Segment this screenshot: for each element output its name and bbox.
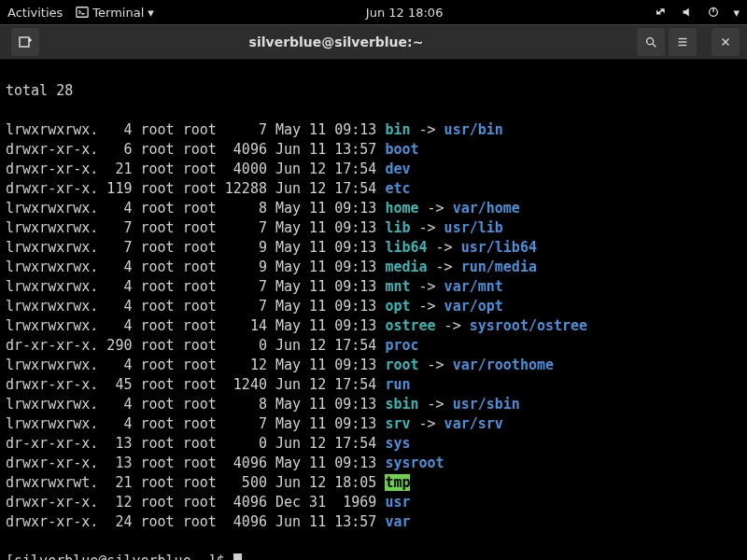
activities-button[interactable]: Activities bbox=[7, 6, 63, 20]
listing-row: lrwxrwxrwx. 4 root root 7 May 11 09:13 b… bbox=[6, 120, 741, 140]
shell-prompt: [silverblue@silverblue ~]$ bbox=[6, 553, 233, 560]
file-name: ostree bbox=[385, 317, 435, 334]
close-icon bbox=[719, 35, 732, 49]
symlink-arrow: -> bbox=[410, 278, 444, 295]
file-name: usr bbox=[385, 494, 410, 511]
symlink-arrow: -> bbox=[419, 357, 453, 373]
listing-row: lrwxrwxrwx. 4 root root 8 May 11 09:13 h… bbox=[6, 199, 741, 218]
listing-row: drwxr-xr-x. 24 root root 4096 Jun 11 13:… bbox=[6, 512, 741, 532]
file-name: sysroot bbox=[385, 455, 444, 471]
file-name: sys bbox=[385, 435, 410, 452]
symlink-arrow: -> bbox=[419, 396, 453, 413]
file-name: proc bbox=[385, 337, 418, 354]
symlink-target: run/media bbox=[461, 259, 537, 275]
terminal-icon bbox=[76, 6, 89, 19]
search-button[interactable] bbox=[637, 28, 665, 56]
symlink-arrow: -> bbox=[419, 200, 453, 217]
terminal-output[interactable]: total 28 lrwxrwxrwx. 4 root root 7 May 1… bbox=[0, 60, 747, 560]
symlink-arrow: -> bbox=[428, 259, 461, 275]
file-name: bin bbox=[385, 121, 410, 138]
svg-rect-3 bbox=[20, 37, 29, 47]
total-line: total 28 bbox=[6, 81, 741, 101]
file-name: etc bbox=[385, 180, 410, 197]
listing-row: lrwxrwxrwx. 7 root root 7 May 11 09:13 l… bbox=[6, 218, 741, 238]
listing-row: drwxr-xr-x. 45 root root 1240 Jun 12 17:… bbox=[6, 375, 741, 395]
symlink-arrow: -> bbox=[410, 219, 444, 236]
file-name: media bbox=[385, 259, 427, 275]
listing-row: dr-xr-xr-x. 13 root root 0 Jun 12 17:54 … bbox=[6, 434, 741, 454]
listing-row: lrwxrwxrwx. 4 root root 14 May 11 09:13 … bbox=[6, 316, 741, 336]
appmenu-terminal[interactable]: Terminal ▾ bbox=[76, 6, 153, 20]
symlink-target: sysroot/ostree bbox=[470, 317, 587, 334]
listing-row: lrwxrwxrwx. 4 root root 7 May 11 09:13 s… bbox=[6, 414, 741, 434]
listing-row: drwxr-xr-x. 6 root root 4096 Jun 11 13:5… bbox=[6, 140, 741, 160]
symlink-target: var/opt bbox=[444, 298, 503, 315]
close-button[interactable] bbox=[712, 28, 740, 56]
symlink-target: usr/bin bbox=[444, 121, 503, 138]
symlink-arrow: -> bbox=[410, 121, 444, 138]
listing-row: dr-xr-xr-x. 290 root root 0 Jun 12 17:54… bbox=[6, 336, 741, 356]
search-icon bbox=[644, 35, 657, 49]
symlink-arrow: -> bbox=[436, 317, 470, 334]
svg-rect-0 bbox=[77, 7, 88, 18]
listing-row: drwxr-xr-x. 21 root root 4000 Jun 12 17:… bbox=[6, 160, 741, 179]
power-icon[interactable] bbox=[707, 6, 720, 19]
symlink-arrow: -> bbox=[410, 298, 444, 315]
listing-row: lrwxrwxrwx. 4 root root 12 May 11 09:13 … bbox=[6, 356, 741, 375]
listing-row: drwxr-xr-x. 12 root root 4096 Dec 31 196… bbox=[6, 493, 741, 512]
listing-row: lrwxrwxrwx. 4 root root 7 May 11 09:13 o… bbox=[6, 297, 741, 316]
file-name: boot bbox=[385, 141, 418, 158]
symlink-target: var/mnt bbox=[444, 278, 503, 295]
symlink-target: usr/lib bbox=[444, 219, 503, 236]
file-name: dev bbox=[385, 161, 410, 177]
new-tab-button[interactable] bbox=[11, 28, 39, 56]
symlink-arrow: -> bbox=[428, 239, 461, 256]
file-name: run bbox=[385, 376, 410, 393]
listing-row: lrwxrwxrwx. 4 root root 9 May 11 09:13 m… bbox=[6, 258, 741, 277]
file-name: opt bbox=[385, 298, 410, 315]
chevron-down-icon: ▾ bbox=[148, 6, 154, 20]
menu-button[interactable] bbox=[669, 28, 697, 56]
symlink-arrow: -> bbox=[410, 415, 444, 432]
symlink-target: var/home bbox=[453, 200, 520, 217]
file-name: root bbox=[385, 357, 418, 373]
hamburger-icon bbox=[676, 35, 689, 49]
listing-row: lrwxrwxrwx. 4 root root 7 May 11 09:13 m… bbox=[6, 277, 741, 297]
listing-row: drwxr-xr-x. 13 root root 4096 May 11 09:… bbox=[6, 454, 741, 473]
listing-row: drwxr-xr-x. 119 root root 12288 Jun 12 1… bbox=[6, 179, 741, 199]
prompt-line: [silverblue@silverblue ~]$ bbox=[6, 552, 741, 560]
file-name: var bbox=[385, 513, 410, 530]
symlink-target: usr/lib64 bbox=[461, 239, 537, 256]
window-title: silverblue@silverblue:~ bbox=[39, 35, 633, 49]
file-name: srv bbox=[385, 415, 410, 432]
file-name: sbin bbox=[385, 396, 418, 413]
svg-point-6 bbox=[647, 38, 654, 45]
file-name: mnt bbox=[385, 278, 410, 295]
file-name: lib64 bbox=[385, 239, 427, 256]
symlink-target: var/srv bbox=[444, 415, 503, 432]
gnome-topbar: Activities Terminal ▾ Jun 12 18:06 ▾ bbox=[0, 0, 747, 24]
terminal-titlebar: silverblue@silverblue:~ bbox=[0, 24, 747, 60]
clock[interactable]: Jun 12 18:06 bbox=[366, 6, 444, 20]
file-name: home bbox=[385, 200, 418, 217]
chevron-down-icon[interactable]: ▾ bbox=[733, 6, 740, 20]
volume-icon[interactable] bbox=[681, 6, 694, 19]
listing-row: drwxrwxrwt. 21 root root 500 Jun 12 18:0… bbox=[6, 473, 741, 493]
svg-line-7 bbox=[653, 44, 656, 48]
appmenu-label: Terminal bbox=[92, 6, 144, 20]
listing-row: lrwxrwxrwx. 4 root root 8 May 11 09:13 s… bbox=[6, 395, 741, 414]
file-name: lib bbox=[385, 219, 410, 236]
symlink-target: var/roothome bbox=[453, 357, 554, 373]
listing-row: lrwxrwxrwx. 7 root root 9 May 11 09:13 l… bbox=[6, 238, 741, 258]
cursor bbox=[233, 553, 242, 560]
file-name: tmp bbox=[385, 474, 410, 491]
symlink-target: usr/sbin bbox=[453, 396, 520, 413]
network-icon[interactable] bbox=[655, 6, 668, 19]
